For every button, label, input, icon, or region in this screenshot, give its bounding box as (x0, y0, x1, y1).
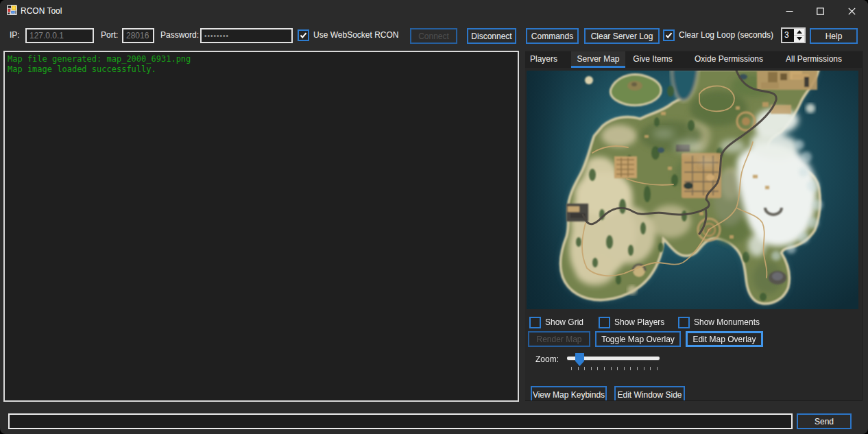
show-players-label: Show Players (614, 317, 664, 328)
minimize-button[interactable] (773, 0, 805, 22)
tab-server-map[interactable]: Server Map (571, 51, 625, 68)
ip-input[interactable] (25, 28, 94, 43)
minimize-icon (786, 8, 793, 15)
show-monuments-checkbox[interactable] (678, 317, 690, 328)
show-monuments-label: Show Monuments (694, 317, 760, 328)
edit-window-side-button[interactable]: Edit Window Side (614, 386, 685, 401)
close-button[interactable] (836, 0, 867, 22)
clear-log-loop-checkbox[interactable] (663, 29, 675, 41)
connection-toolbar: IP: Port: Password: Use WebSocket RCON C… (0, 22, 868, 48)
tab-oxide-permissions[interactable]: Oxide Permissions (691, 51, 767, 68)
commands-button[interactable]: Commands (526, 28, 579, 44)
title-bar: RCON Tool (0, 0, 868, 22)
show-grid-label: Show Grid (545, 317, 583, 328)
tab-strip: Players Server Map Give Items Oxide Perm… (525, 51, 863, 68)
tab-give-items[interactable]: Give Items (630, 51, 675, 68)
close-icon (848, 8, 856, 15)
loop-seconds-spinner: 3 (781, 27, 806, 43)
console-line: Map image loaded successfully. (8, 64, 515, 75)
command-input[interactable] (8, 413, 793, 429)
app-window: RCON Tool IP: Port: Password: Use WebSoc… (0, 0, 868, 434)
server-map-image[interactable] (527, 71, 858, 309)
show-players-checkbox[interactable] (599, 317, 610, 328)
ip-label: IP: (10, 22, 20, 48)
spinner-down-button[interactable] (794, 36, 804, 42)
check-icon (665, 32, 673, 39)
spinner-up-button[interactable] (794, 29, 804, 36)
send-button[interactable]: Send (797, 413, 852, 429)
down-arrow-icon (797, 37, 802, 40)
right-panel: Players Server Map Give Items Oxide Perm… (525, 51, 863, 401)
render-map-button[interactable]: Render Map (528, 331, 590, 347)
view-map-keybinds-button[interactable]: View Map Keybinds (531, 386, 607, 401)
zoom-slider-ticks (571, 367, 658, 370)
zoom-label: Zoom: (535, 354, 559, 365)
port-input[interactable] (122, 28, 154, 43)
maximize-icon (817, 8, 824, 15)
window-title: RCON Tool (21, 0, 62, 22)
loop-seconds-value[interactable]: 3 (782, 29, 794, 42)
tab-all-permissions[interactable]: All Permissions (784, 51, 844, 68)
disconnect-button[interactable]: Disconnect (467, 28, 516, 44)
websocket-label: Use WebSocket RCON (313, 22, 398, 48)
help-button[interactable]: Help (810, 28, 858, 44)
connect-button[interactable]: Connect (410, 28, 457, 44)
server-log-console[interactable]: Map file generated: map_2000_6931.png Ma… (3, 51, 519, 402)
show-grid-checkbox[interactable] (529, 317, 541, 328)
clear-server-log-button[interactable]: Clear Server Log (584, 28, 660, 44)
edit-map-overlay-button[interactable]: Edit Map Overlay (686, 331, 763, 347)
clear-log-loop-label: Clear Log Loop (seconds) (679, 22, 773, 48)
websocket-checkbox[interactable] (298, 29, 309, 41)
tab-players[interactable]: Players (525, 51, 562, 68)
zoom-slider-thumb[interactable] (575, 353, 584, 366)
toggle-map-overlay-button[interactable]: Toggle Map Overlay (595, 331, 681, 347)
password-label: Password: (160, 22, 199, 48)
port-label: Port: (101, 22, 118, 48)
password-input[interactable] (200, 28, 293, 43)
app-icon (7, 5, 17, 15)
console-line: Map file generated: map_2000_6931.png (8, 54, 515, 64)
maximize-button[interactable] (804, 0, 836, 22)
up-arrow-icon (797, 30, 802, 34)
check-icon (300, 32, 307, 39)
